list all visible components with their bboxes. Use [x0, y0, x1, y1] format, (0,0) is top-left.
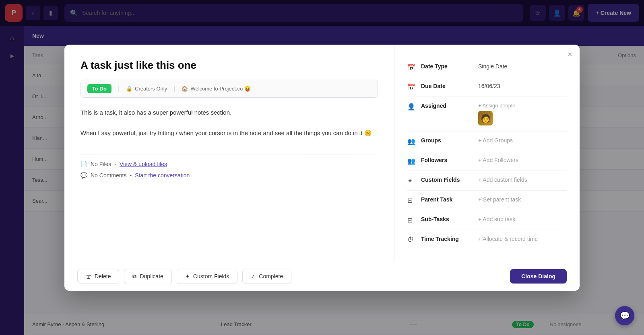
file-icon: 📄 — [80, 161, 87, 167]
custom-fields-placeholder[interactable]: + Add custom fields — [478, 177, 567, 183]
parent-task-row: ⊟ Parent Task + Set parent task — [407, 191, 567, 210]
modal-left-panel: A task just like this one To Do | 🔒 Crea… — [64, 45, 394, 262]
assigned-row: 👤 Assigned + Assign people 🧑 — [407, 97, 567, 132]
divider — [80, 154, 378, 154]
followers-row: 👥 Followers + Add Followers — [407, 151, 567, 171]
project-label: Welcome to Project.co 😛 — [190, 86, 250, 92]
parent-task-placeholder[interactable]: + Set parent task — [478, 196, 567, 203]
subtasks-row: ⊟ Sub-Tasks + Add sub task — [407, 210, 567, 230]
meta-project: 🏠 Welcome to Project.co 😛 — [182, 86, 250, 92]
task-title: A task just like this one — [80, 59, 378, 72]
assigned-label: Assigned — [421, 103, 473, 109]
followers-placeholder[interactable]: + Add Followers — [478, 157, 567, 163]
close-dialog-button[interactable]: Close Dialog — [510, 269, 567, 284]
start-conversation-link[interactable]: Start the conversation — [135, 172, 190, 179]
view-files-link[interactable]: View & upload files — [120, 161, 167, 167]
date-type-label: Date Type — [421, 63, 473, 70]
lock-icon: 🔒 — [126, 86, 132, 92]
time-tracking-row: ⏱ Time Tracking + Allocate & record time — [407, 230, 567, 249]
due-date-row: 📅 Due Date 16/06/23 — [407, 77, 567, 97]
custom-fields-icon: ✦ — [407, 177, 416, 185]
chat-bubble[interactable]: 💬 — [615, 306, 634, 325]
status-tag[interactable]: To Do — [87, 84, 111, 93]
duplicate-label: Duplicate — [140, 273, 163, 280]
due-date-icon: 📅 — [407, 83, 416, 91]
time-tracking-label: Time Tracking — [421, 236, 473, 242]
subtasks-label: Sub-Tasks — [421, 216, 473, 222]
time-tracking-icon: ⏱ — [407, 236, 416, 243]
custom-fields-button[interactable]: ✦ Custom Fields — [177, 269, 237, 284]
comments-label: No Comments — [91, 172, 126, 179]
comment-icon: 💬 — [80, 172, 87, 179]
files-row: 📄 No Files - View & upload files — [80, 161, 378, 167]
groups-placeholder[interactable]: + Add Groups — [478, 137, 567, 144]
assign-section: + Assign people 🧑 — [478, 103, 515, 125]
comments-sep: - — [130, 172, 132, 179]
date-type-value: Single Date — [478, 63, 567, 70]
delete-button[interactable]: 🗑 Delete — [77, 269, 119, 284]
due-date-value: 16/06/23 — [478, 83, 567, 89]
files-sep: - — [114, 161, 116, 167]
duplicate-button[interactable]: ⧉ Duplicate — [124, 269, 171, 284]
trash-icon: 🗑 — [86, 273, 91, 280]
complete-label: Complete — [259, 273, 283, 280]
check-icon: ✓ — [251, 273, 256, 280]
meta-creators: 🔒 Creators Only — [126, 86, 167, 92]
time-tracking-placeholder[interactable]: + Allocate & record time — [478, 236, 567, 242]
creators-label: Creators Only — [135, 86, 167, 92]
description-line1: This is a task, it also has a super powe… — [80, 107, 378, 118]
task-attachments: 📄 No Files - View & upload files 💬 No Co… — [80, 161, 378, 179]
description-line2: When I say powerful, just try hitting / … — [80, 128, 378, 138]
followers-icon: 👥 — [407, 157, 416, 165]
date-type-row: 📅 Date Type Single Date — [407, 58, 567, 77]
calendar-icon: 📅 — [407, 64, 416, 71]
custom-fields-footer-label: Custom Fields — [193, 273, 229, 280]
subtasks-icon: ⊟ — [407, 216, 416, 224]
avatar: 🧑 — [478, 111, 493, 125]
sparkle-icon: ✦ — [185, 273, 190, 280]
parent-task-icon: ⊟ — [407, 197, 416, 204]
project-icon: 🏠 — [182, 86, 188, 92]
person-icon: 👤 — [407, 103, 416, 111]
complete-button[interactable]: ✓ Complete — [242, 269, 291, 284]
task-modal: × A task just like this one To Do | 🔒 Cr… — [64, 45, 580, 291]
task-meta-row: To Do | 🔒 Creators Only | 🏠 Welcome to P… — [80, 80, 378, 98]
modal-footer: 🗑 Delete ⧉ Duplicate ✦ Custom Fields ✓ C… — [64, 262, 580, 291]
groups-icon: 👥 — [407, 138, 416, 145]
due-date-label: Due Date — [421, 83, 473, 89]
custom-fields-row: ✦ Custom Fields + Add custom fields — [407, 171, 567, 191]
duplicate-icon: ⧉ — [132, 273, 136, 280]
comments-row: 💬 No Comments - Start the conversation — [80, 172, 378, 179]
files-label: No Files — [91, 161, 111, 167]
modal-body: A task just like this one To Do | 🔒 Crea… — [64, 45, 580, 262]
followers-label: Followers — [421, 157, 473, 163]
groups-row: 👥 Groups + Add Groups — [407, 132, 567, 151]
parent-task-label: Parent Task — [421, 196, 473, 203]
modal-right-panel: 📅 Date Type Single Date 📅 Due Date 16/06… — [394, 45, 580, 262]
subtasks-placeholder[interactable]: + Add sub task — [478, 216, 567, 222]
close-button[interactable]: × — [568, 50, 572, 58]
custom-fields-label: Custom Fields — [421, 177, 473, 183]
task-description: This is a task, it also has a super powe… — [80, 107, 378, 138]
assign-placeholder[interactable]: + Assign people — [478, 103, 515, 109]
groups-label: Groups — [421, 137, 473, 144]
delete-label: Delete — [95, 273, 111, 280]
